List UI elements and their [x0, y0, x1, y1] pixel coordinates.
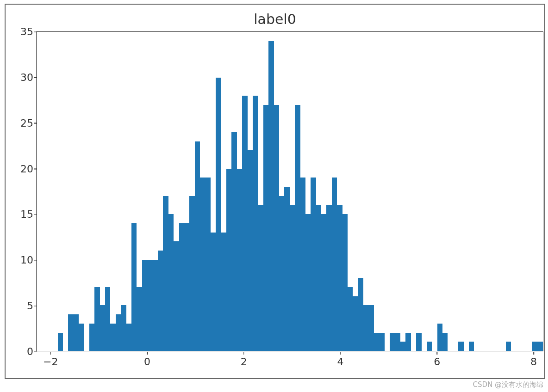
- histogram-bar: [395, 333, 400, 351]
- histogram-bar: [284, 187, 289, 351]
- x-axis-ticks: −202468: [36, 352, 543, 371]
- histogram-bar: [168, 214, 174, 351]
- histogram-bar: [174, 241, 179, 351]
- y-tick-label: 25: [15, 117, 33, 129]
- chart-title: label0: [6, 11, 544, 27]
- histogram-bar: [105, 287, 110, 351]
- histogram-bar: [74, 314, 79, 351]
- histogram-bar: [316, 205, 321, 351]
- histogram-bar: [290, 205, 295, 351]
- x-tick-label: 2: [241, 356, 247, 368]
- histogram-bar: [279, 196, 284, 351]
- histogram-bar: [321, 214, 326, 351]
- histogram-bar: [58, 333, 63, 351]
- histogram-bar: [110, 324, 115, 351]
- x-tick-label: 0: [144, 356, 150, 368]
- histogram-bar: [532, 342, 537, 351]
- histogram-bar: [89, 324, 94, 351]
- histogram-bar: [506, 342, 511, 351]
- y-axis-ticks: 05101520253035: [15, 31, 33, 351]
- histogram-bar: [311, 178, 316, 351]
- histogram-bar: [142, 260, 147, 351]
- histogram-bar: [147, 260, 152, 351]
- histogram-bar: [216, 78, 221, 351]
- histogram-bar: [121, 305, 126, 351]
- histogram-bar: [253, 96, 258, 351]
- histogram-bar: [158, 251, 163, 351]
- histogram-bar: [221, 233, 226, 351]
- histogram-bar: [374, 333, 379, 351]
- histogram-bar: [274, 105, 279, 351]
- histogram-bar: [79, 324, 84, 351]
- histogram-bar: [163, 196, 168, 351]
- histogram-bar: [206, 178, 211, 351]
- watermark-text: CSDN @没有水的海绵: [473, 380, 543, 389]
- histogram-bar: [537, 342, 542, 351]
- histogram-bar: [100, 305, 105, 351]
- x-tick-label: 8: [530, 356, 537, 368]
- histogram-bar: [258, 205, 263, 351]
- histogram-bar: [405, 333, 411, 351]
- plot-area: [36, 31, 543, 351]
- histogram-bar: [437, 324, 442, 351]
- histogram-bar: [189, 196, 194, 351]
- histogram-bar: [263, 105, 268, 351]
- histogram-bar: [295, 105, 300, 351]
- histogram-bar: [390, 333, 395, 351]
- histogram-bar: [300, 178, 305, 351]
- histogram-bar: [348, 287, 353, 351]
- histogram-bar: [237, 169, 242, 351]
- y-tick-label: 35: [15, 26, 33, 37]
- y-tick-label: 5: [15, 300, 33, 312]
- chart-frame: label0 05101520253035 −202468: [5, 4, 545, 379]
- histogram-bar: [305, 214, 311, 351]
- histogram-bar: [242, 96, 247, 351]
- histogram-bar: [116, 314, 121, 351]
- histogram-bar: [131, 223, 137, 351]
- histogram-bar: [231, 132, 237, 351]
- histogram-bar: [126, 324, 131, 351]
- histogram-bar: [363, 305, 368, 351]
- y-tick-label: 30: [15, 71, 33, 83]
- histogram-bars: [37, 32, 543, 351]
- histogram-bar: [416, 333, 421, 351]
- histogram-bar: [326, 205, 331, 351]
- histogram-bar: [137, 287, 142, 351]
- histogram-bar: [248, 150, 253, 351]
- histogram-bar: [332, 178, 337, 351]
- histogram-bar: [469, 342, 474, 351]
- histogram-bar: [458, 342, 463, 351]
- histogram-bar: [379, 333, 384, 351]
- histogram-bar: [179, 223, 184, 351]
- histogram-bar: [200, 178, 205, 351]
- histogram-bar: [427, 342, 432, 351]
- histogram-bar: [369, 305, 374, 351]
- histogram-bar: [358, 278, 363, 351]
- histogram-bar: [400, 342, 405, 351]
- histogram-bar: [268, 41, 274, 351]
- histogram-bar: [153, 260, 158, 351]
- histogram-bar: [442, 333, 448, 351]
- histogram-bar: [353, 296, 358, 351]
- histogram-bar: [337, 205, 342, 351]
- y-tick-label: 10: [15, 254, 33, 266]
- histogram-bar: [94, 287, 100, 351]
- x-tick-label: 6: [434, 356, 440, 368]
- histogram-bar: [184, 223, 189, 351]
- histogram-bar: [195, 141, 200, 351]
- histogram-bar: [211, 233, 216, 351]
- y-tick-label: 15: [15, 208, 33, 220]
- histogram-bar: [68, 314, 73, 351]
- histogram-bar: [342, 214, 348, 351]
- y-tick-label: 0: [15, 346, 33, 357]
- y-tick-label: 20: [15, 163, 33, 174]
- histogram-bar: [226, 169, 231, 351]
- x-tick-label: −2: [43, 356, 58, 368]
- x-tick-label: 4: [337, 356, 344, 368]
